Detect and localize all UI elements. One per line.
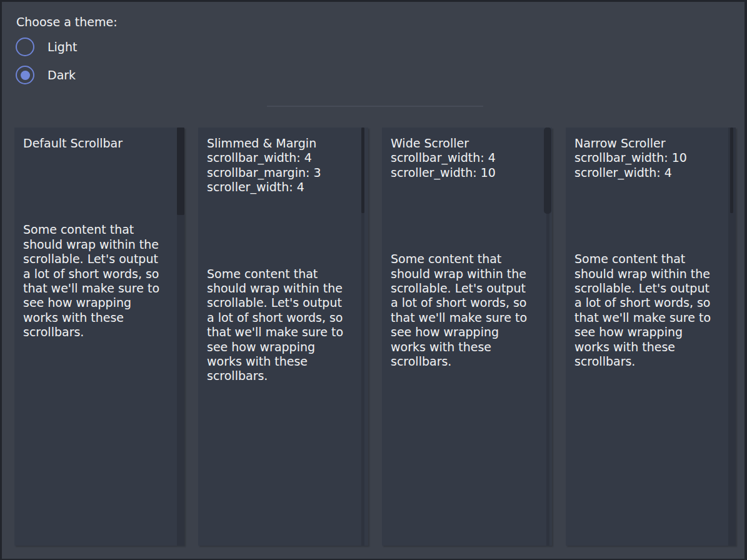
panels-row: Default Scrollbar Some content that shou… bbox=[14, 128, 736, 546]
app-window: Choose a theme: Light Dark Default Scrol… bbox=[0, 0, 747, 560]
radio-dark-icon[interactable] bbox=[16, 66, 34, 84]
panel-params: scrollbar_width: 10 scroller_width: 4 bbox=[574, 151, 721, 180]
panel-body-text: Some content that should wrap within the… bbox=[574, 252, 721, 369]
panel-default-scrollbar[interactable]: Default Scrollbar Some content that shou… bbox=[14, 128, 184, 546]
panel-body-text: Some content that should wrap within the… bbox=[207, 267, 353, 384]
scrollbar-thumb[interactable] bbox=[361, 128, 364, 213]
panel-title: Slimmed & Margin bbox=[207, 136, 353, 151]
scrollbar-thumb[interactable] bbox=[544, 128, 551, 214]
panel-slimmed-margin[interactable]: Slimmed & Margin scrollbar_width: 4 scro… bbox=[198, 128, 368, 546]
panel-params: scrollbar_width: 4 scrollbar_margin: 3 s… bbox=[207, 151, 353, 194]
panel-narrow-scroller[interactable]: Narrow Scroller scrollbar_width: 10 scro… bbox=[566, 128, 736, 546]
panel-title: Default Scrollbar bbox=[23, 136, 169, 151]
radio-option-label: Light bbox=[48, 40, 77, 54]
radio-option-light[interactable]: Light bbox=[16, 38, 77, 56]
scrollbar-thumb[interactable] bbox=[177, 128, 184, 215]
panel-wide-scroller[interactable]: Wide Scroller scrollbar_width: 4 scrolle… bbox=[382, 128, 552, 546]
panel-body-text: Some content that should wrap within the… bbox=[391, 252, 537, 369]
section-divider bbox=[267, 106, 483, 107]
panel-body-text: Some content that should wrap within the… bbox=[23, 222, 169, 339]
panel-title: Wide Scroller bbox=[391, 136, 537, 151]
panel-title: Narrow Scroller bbox=[574, 136, 721, 151]
radio-selected-dot bbox=[21, 71, 30, 80]
theme-chooser-label: Choose a theme: bbox=[16, 15, 118, 29]
scrollbar-thumb[interactable] bbox=[730, 128, 733, 213]
radio-option-dark[interactable]: Dark bbox=[16, 66, 76, 84]
radio-light-icon[interactable] bbox=[16, 38, 34, 56]
radio-option-label: Dark bbox=[48, 68, 76, 82]
panel-params: scrollbar_width: 4 scroller_width: 10 bbox=[391, 151, 537, 180]
